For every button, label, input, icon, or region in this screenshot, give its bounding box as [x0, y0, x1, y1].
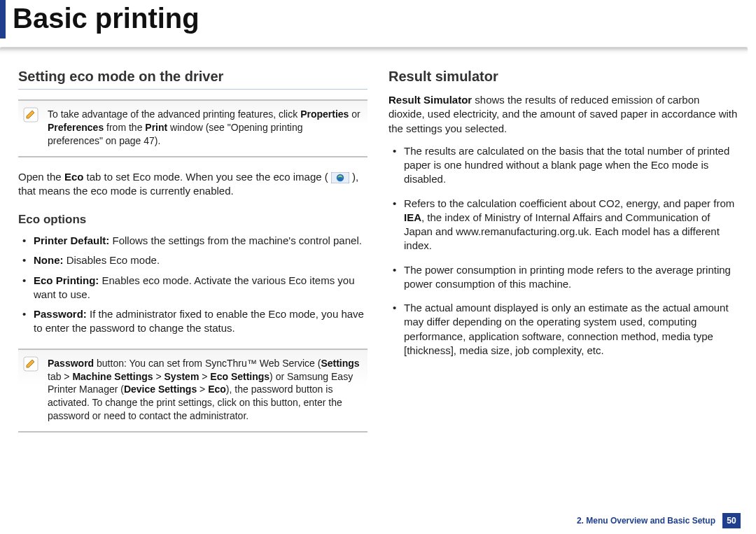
svg-point-2 — [337, 174, 344, 181]
pencil-note-icon — [22, 106, 39, 123]
list-item: The power consumption in printing mode r… — [388, 263, 738, 292]
note-advanced-printing-text: To take advantage of the advanced printi… — [48, 108, 360, 146]
list-item: The actual amount displayed is only an e… — [388, 301, 738, 358]
footer-chapter: 2. Menu Overview and Basic Setup — [577, 515, 715, 526]
right-column: Result simulator Result Simulator shows … — [388, 67, 738, 445]
note-password: Password button: You can set from SyncTh… — [18, 349, 368, 433]
eco-options-heading: Eco options — [18, 212, 368, 228]
list-item: None: Disables Eco mode. — [18, 253, 368, 267]
list-item: Password: If the administrator fixed to … — [18, 307, 368, 336]
result-simulator-list: The results are calculated on the basis … — [388, 144, 738, 358]
eco-icon — [331, 172, 349, 183]
section-rule — [18, 89, 368, 90]
result-simulator-intro: Result Simulator shows the results of re… — [388, 93, 738, 136]
section-setting-eco: Setting eco mode on the driver — [18, 67, 368, 86]
content-columns: Setting eco mode on the driver To take a… — [0, 67, 756, 445]
list-item: Eco Printing: Enables eco mode. Activate… — [18, 274, 368, 302]
note-advanced-printing: To take advantage of the advanced printi… — [18, 99, 368, 157]
list-item: Refers to the calculation coefficient ab… — [388, 197, 738, 253]
note-password-text: Password button: You can set from SyncTh… — [48, 358, 360, 422]
page-title-bar: Basic printing — [0, 0, 756, 45]
eco-options-list: Printer Default: Follows the settings fr… — [18, 234, 368, 336]
footer-page-number: 50 — [722, 513, 741, 528]
title-accent — [0, 0, 6, 38]
title-shadow — [0, 47, 748, 55]
left-column: Setting eco mode on the driver To take a… — [18, 67, 368, 445]
section-result-simulator: Result simulator — [388, 67, 738, 86]
open-eco-tab-text: Open the Eco tab to set Eco mode. When y… — [18, 170, 368, 199]
page-footer: 2. Menu Overview and Basic Setup 50 — [577, 513, 741, 528]
list-item: Printer Default: Follows the settings fr… — [18, 234, 368, 248]
pencil-note-icon — [22, 356, 39, 372]
list-item: The results are calculated on the basis … — [388, 144, 738, 187]
page-title: Basic printing — [0, 3, 756, 33]
